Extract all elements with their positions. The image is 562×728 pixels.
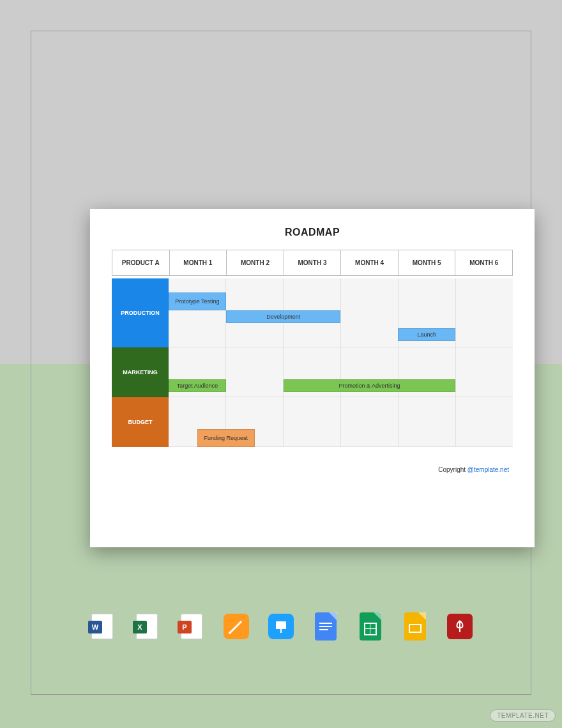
- word-icon[interactable]: W: [87, 611, 118, 642]
- month-header: MONTH 3: [284, 250, 342, 275]
- google-docs-icon[interactable]: [310, 611, 341, 642]
- lane-column: [456, 347, 513, 397]
- google-sheets-icon[interactable]: [355, 611, 386, 642]
- card-title: ROADMAP: [112, 227, 513, 238]
- month-header: MONTH 5: [399, 250, 456, 275]
- outer-frame: ROADMAP PRODUCT AMONTH 1MONTH 2MONTH 3MO…: [31, 31, 531, 695]
- task-bar: Development: [226, 310, 341, 323]
- task-bar: Prototype Testing: [169, 292, 226, 310]
- svg-line-0: [230, 621, 241, 633]
- lane-column: [341, 397, 399, 446]
- header-row: PRODUCT AMONTH 1MONTH 2MONTH 3MONTH 4MON…: [112, 250, 513, 276]
- svg-rect-2: [276, 621, 286, 629]
- lane-label: MARKETING: [112, 347, 169, 397]
- task-bar: Funding Request: [197, 429, 255, 447]
- swimlane: BUDGETFunding Request: [112, 397, 513, 447]
- lane-label: BUDGET: [112, 397, 169, 447]
- swimlane: MARKETINGTarget AudiencePromotion & Adve…: [112, 347, 513, 397]
- task-bar: Promotion & Advertising: [284, 379, 456, 392]
- month-header: MONTH 1: [170, 250, 227, 275]
- lanes-body: PRODUCTIONPrototype TestingDevelopmentLa…: [112, 278, 513, 447]
- keynote-icon[interactable]: [266, 611, 296, 642]
- excel-icon[interactable]: X: [132, 611, 162, 642]
- lane-area: Funding Request: [169, 397, 513, 447]
- app-icon-row: WXP: [31, 611, 531, 642]
- lane-column: [456, 278, 513, 347]
- task-bar: Launch: [398, 328, 455, 341]
- lane-area: Prototype TestingDevelopmentLaunch: [169, 278, 513, 347]
- pdf-icon[interactable]: [444, 611, 475, 642]
- lane-column: [456, 397, 513, 446]
- svg-point-1: [229, 632, 231, 634]
- month-header: MONTH 4: [341, 250, 399, 275]
- lane-column: [226, 347, 284, 397]
- powerpoint-icon[interactable]: P: [176, 611, 207, 642]
- copyright: Copyright @template.net: [112, 466, 513, 473]
- watermark: TEMPLATE.NET: [490, 709, 556, 722]
- pages-icon[interactable]: [221, 611, 252, 642]
- month-header: MONTH 6: [455, 250, 512, 275]
- copyright-text: Copyright: [438, 466, 467, 473]
- google-slides-icon[interactable]: [400, 611, 430, 642]
- roadmap-grid: PRODUCT AMONTH 1MONTH 2MONTH 3MONTH 4MON…: [112, 250, 513, 447]
- lane-column: [341, 278, 399, 347]
- swimlane: PRODUCTIONPrototype TestingDevelopmentLa…: [112, 278, 513, 347]
- roadmap-card: ROADMAP PRODUCT AMONTH 1MONTH 2MONTH 3MO…: [90, 209, 535, 547]
- row-header-cell: PRODUCT A: [112, 250, 170, 275]
- copyright-link[interactable]: @template.net: [467, 466, 509, 473]
- task-bar: Target Audience: [169, 379, 226, 392]
- lane-column: [284, 397, 341, 446]
- lane-column: [399, 397, 456, 446]
- lane-area: Target AudiencePromotion & Advertising: [169, 347, 513, 397]
- lane-label: PRODUCTION: [112, 278, 169, 347]
- lane-column: [169, 278, 226, 347]
- month-header: MONTH 2: [227, 250, 284, 275]
